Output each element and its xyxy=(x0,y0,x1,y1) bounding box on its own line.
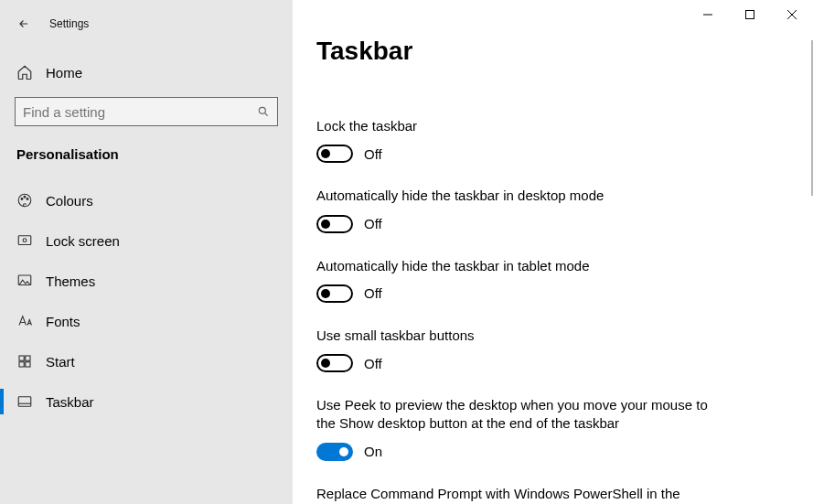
search-box[interactable] xyxy=(15,97,278,126)
setting-label: Lock the taskbar xyxy=(316,117,710,135)
toggle-row: Off xyxy=(316,354,710,372)
toggle-lock-taskbar[interactable] xyxy=(316,145,353,163)
toggle-row: Off xyxy=(316,284,710,303)
sidebar-item-label: Taskbar xyxy=(46,394,94,410)
toggle-peek[interactable] xyxy=(316,443,353,461)
search-input[interactable] xyxy=(23,104,257,120)
window-title: Settings xyxy=(49,17,89,30)
toggle-small-buttons[interactable] xyxy=(316,354,353,372)
start-icon xyxy=(16,353,33,370)
svg-rect-9 xyxy=(26,356,30,360)
svg-rect-8 xyxy=(19,356,24,360)
sidebar-item-lock-screen[interactable]: Lock screen xyxy=(0,220,293,261)
svg-rect-12 xyxy=(18,397,31,407)
sidebar: Settings Home Personalisation Colours Lo… xyxy=(0,0,293,504)
setting-powershell: Replace Command Prompt with Windows Powe… xyxy=(316,485,710,505)
search-icon xyxy=(257,105,270,118)
fonts-icon xyxy=(16,313,33,329)
setting-label: Automatically hide the taskbar in deskto… xyxy=(316,187,710,205)
toggle-autohide-desktop[interactable] xyxy=(316,215,353,233)
maximize-icon xyxy=(745,10,754,19)
lock-screen-icon xyxy=(16,232,33,249)
minimize-icon xyxy=(703,10,712,19)
themes-icon xyxy=(16,273,33,289)
palette-icon xyxy=(16,192,33,209)
sidebar-item-colours[interactable]: Colours xyxy=(0,180,293,220)
page-title: Taskbar xyxy=(316,37,813,66)
back-arrow-icon xyxy=(17,17,30,30)
svg-point-6 xyxy=(23,239,27,242)
sidebar-item-start[interactable]: Start xyxy=(0,341,293,381)
taskbar-icon xyxy=(16,393,33,410)
toggle-state: Off xyxy=(364,216,382,231)
svg-point-3 xyxy=(24,196,26,198)
sidebar-home-label: Home xyxy=(46,65,82,80)
svg-rect-13 xyxy=(746,11,754,19)
close-icon xyxy=(787,10,797,19)
setting-peek: Use Peek to preview the desktop when you… xyxy=(316,396,710,461)
sidebar-home[interactable]: Home xyxy=(0,55,293,90)
toggle-state: Off xyxy=(364,356,382,371)
sidebar-item-label: Start xyxy=(46,354,75,370)
svg-rect-10 xyxy=(19,362,24,367)
home-icon xyxy=(16,64,33,80)
nav-list: Colours Lock screen Themes Fonts Start xyxy=(0,180,293,422)
setting-lock-taskbar: Lock the taskbar Off xyxy=(316,117,710,163)
sidebar-item-label: Fonts xyxy=(46,314,80,329)
setting-autohide-tablet: Automatically hide the taskbar in tablet… xyxy=(316,257,710,303)
sidebar-item-label: Themes xyxy=(46,273,95,289)
toggle-row: On xyxy=(316,443,710,461)
titlebar: Settings xyxy=(0,7,293,40)
maximize-button[interactable] xyxy=(729,0,771,29)
svg-rect-5 xyxy=(18,236,31,245)
close-button[interactable] xyxy=(771,0,813,29)
sidebar-item-taskbar[interactable]: Taskbar xyxy=(0,381,293,422)
toggle-autohide-tablet[interactable] xyxy=(316,284,353,303)
setting-small-buttons: Use small taskbar buttons Off xyxy=(316,327,710,372)
toggle-row: Off xyxy=(316,145,710,163)
back-button[interactable] xyxy=(13,13,35,35)
sidebar-category: Personalisation xyxy=(0,126,293,169)
toggle-state: Off xyxy=(364,146,382,162)
setting-autohide-desktop: Automatically hide the taskbar in deskto… xyxy=(316,187,710,232)
setting-label: Use Peek to preview the desktop when you… xyxy=(316,396,710,434)
window-controls xyxy=(687,0,813,29)
sidebar-item-label: Colours xyxy=(46,193,93,209)
svg-rect-11 xyxy=(26,362,30,367)
sidebar-item-fonts[interactable]: Fonts xyxy=(0,301,293,341)
svg-point-2 xyxy=(21,198,23,200)
setting-label: Use small taskbar buttons xyxy=(316,327,710,345)
content-area: Taskbar Lock the taskbar Off Automatical… xyxy=(293,0,813,504)
toggle-state: Off xyxy=(364,285,382,301)
setting-label: Automatically hide the taskbar in tablet… xyxy=(316,257,710,275)
sidebar-item-themes[interactable]: Themes xyxy=(0,261,293,301)
sidebar-item-label: Lock screen xyxy=(46,233,120,249)
svg-point-0 xyxy=(259,107,265,113)
setting-label: Replace Command Prompt with Windows Powe… xyxy=(316,485,710,505)
toggle-row: Off xyxy=(316,215,710,233)
toggle-state: On xyxy=(364,444,382,459)
svg-point-4 xyxy=(27,198,28,200)
minimize-button[interactable] xyxy=(687,0,729,29)
